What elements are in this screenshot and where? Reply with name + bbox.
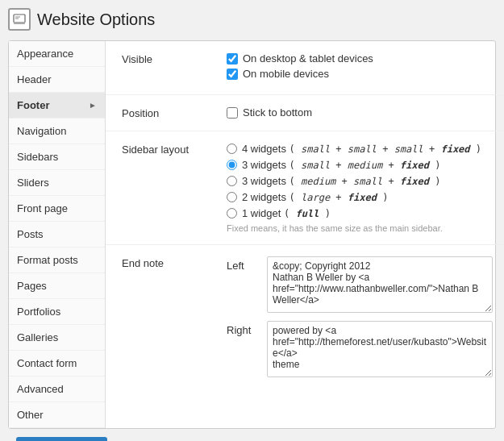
- layout-4widgets-name: 4 widgets: [242, 143, 286, 155]
- stick-to-bottom-checkbox[interactable]: [227, 107, 238, 119]
- sidebar-item-galleries-label: Galleries: [17, 331, 58, 343]
- sidebar-item-posts[interactable]: Posts: [9, 222, 105, 248]
- visible-options: On desktop & tablet devices On mobile de…: [227, 52, 493, 83]
- layout-1widget-row: 1 widget ( full ): [227, 207, 493, 219]
- sidebar-item-posts-label: Posts: [17, 228, 44, 240]
- layout-3widgets-mdsm-name: 3 widgets: [242, 175, 286, 187]
- end-note-left-label: Left: [227, 256, 259, 272]
- stick-to-bottom-label: Stick to bottom: [243, 106, 312, 119]
- sidebar-item-contact-form[interactable]: Contact form: [9, 351, 105, 377]
- sidebar-item-other-label: Other: [17, 409, 44, 421]
- end-note-right-field: Right powered by <a href="http://themefo…: [227, 321, 493, 377]
- sidebar: Appearance Header Footer ► Navigation Si…: [9, 41, 106, 428]
- sidebar-item-front-page[interactable]: Front page: [9, 196, 105, 222]
- sidebar-item-appearance[interactable]: Appearance: [9, 41, 105, 67]
- sidebar-item-header-label: Header: [17, 73, 52, 85]
- sidebar-item-advanced[interactable]: Advanced: [9, 377, 105, 402]
- sidebar-item-sliders[interactable]: Sliders: [9, 170, 105, 196]
- visible-desktop-checkbox[interactable]: [227, 53, 238, 64]
- position-content: Stick to bottom: [227, 106, 493, 119]
- sidebar-item-footer-arrow: ►: [89, 101, 97, 110]
- sidebar-layout-label: Sidebar layout: [122, 143, 210, 156]
- layout-2widgets-label: 2 widgets ( large + fixed ): [242, 191, 388, 203]
- page-icon: [8, 8, 31, 31]
- end-note-right-textarea[interactable]: powered by <a href="http://themeforest.n…: [267, 321, 493, 377]
- sidebar-layout-section: Sidebar layout 4 widgets ( small + small…: [106, 131, 504, 245]
- sidebar-item-footer[interactable]: Footer ►: [9, 93, 105, 119]
- save-button[interactable]: Save Changes: [16, 437, 107, 441]
- end-note-left-textarea[interactable]: &copy; Copyright 2012 Nathan B Weller by…: [267, 256, 493, 313]
- end-note-left-field: Left &copy; Copyright 2012 Nathan B Well…: [227, 256, 493, 313]
- layout-3widgets-mdsm-detail: ( medium + small + fixed ): [289, 176, 441, 187]
- sidebar-item-navigation-label: Navigation: [17, 125, 66, 137]
- layout-1widget-name: 1 widget: [242, 207, 281, 219]
- visible-label: Visible: [122, 52, 210, 65]
- end-note-fields: Left &copy; Copyright 2012 Nathan B Well…: [227, 256, 493, 377]
- position-label: Position: [122, 106, 210, 119]
- sidebar-item-sliders-label: Sliders: [17, 177, 49, 189]
- layout-2widgets-radio[interactable]: [227, 192, 237, 202]
- sidebar-item-navigation[interactable]: Navigation: [9, 119, 105, 144]
- layout-4widgets-row: 4 widgets ( small + small + small + fixe…: [227, 143, 493, 155]
- sidebar-item-portfolios[interactable]: Portfolios: [9, 299, 105, 325]
- position-section: Position Stick to bottom: [106, 95, 504, 131]
- layout-2widgets-row: 2 widgets ( large + fixed ): [227, 191, 493, 203]
- sidebar-item-galleries[interactable]: Galleries: [9, 325, 105, 351]
- layout-1widget-detail: ( full ): [284, 208, 331, 219]
- sidebar-item-contact-form-label: Contact form: [17, 357, 77, 369]
- sidebar-item-format-posts[interactable]: Format posts: [9, 248, 105, 273]
- sidebar-item-appearance-label: Appearance: [17, 48, 73, 60]
- layout-3widgets-mdsm-radio[interactable]: [227, 176, 237, 186]
- layout-3widgets-smsm-radio[interactable]: [227, 160, 237, 170]
- layout-1widget-label: 1 widget ( full ): [242, 207, 331, 219]
- layout-4widgets-detail: ( small + small + small + fixed ): [289, 144, 481, 155]
- sidebar-item-other[interactable]: Other: [9, 402, 105, 428]
- layout-3widgets-smsm-row: 3 widgets ( small + medium + fixed ): [227, 159, 493, 171]
- stick-to-bottom-row: Stick to bottom: [227, 106, 493, 119]
- page-wrapper: Website Options Appearance Header Footer…: [0, 0, 504, 441]
- layout-3widgets-mdsm-row: 3 widgets ( medium + small + fixed ): [227, 175, 493, 187]
- sidebar-item-pages-label: Pages: [17, 280, 47, 292]
- sidebar-item-header[interactable]: Header: [9, 67, 105, 93]
- layout-2widgets-name: 2 widgets: [242, 191, 286, 203]
- page-title-bar: Website Options: [8, 8, 496, 31]
- layout-2widgets-detail: ( large + fixed ): [289, 192, 389, 203]
- sidebar-item-sidebars[interactable]: Sidebars: [9, 144, 105, 170]
- visible-section: Visible On desktop & tablet devices On m…: [106, 41, 504, 95]
- sidebar-item-front-page-label: Front page: [17, 202, 68, 214]
- page-title: Website Options: [37, 10, 155, 29]
- sidebar-layout-options: 4 widgets ( small + small + small + fixe…: [227, 143, 493, 233]
- layout-4widgets-label: 4 widgets ( small + small + small + fixe…: [242, 143, 481, 155]
- end-note-label: End note: [122, 256, 210, 269]
- end-note-section: End note Left &copy; Copyright 2012 Nath…: [106, 245, 504, 389]
- svg-rect-1: [14, 22, 25, 24]
- sidebar-item-footer-label: Footer: [17, 99, 49, 111]
- footer-bar: Save Changes: [8, 429, 496, 441]
- content-area: Visible On desktop & tablet devices On m…: [106, 41, 504, 428]
- sidebar-item-portfolios-label: Portfolios: [17, 306, 60, 318]
- layout-3widgets-smsm-name: 3 widgets: [242, 159, 286, 171]
- visible-mobile-checkbox[interactable]: [227, 69, 238, 80]
- sidebar-item-format-posts-label: Format posts: [17, 254, 78, 266]
- sidebar-layout-hint: Fixed means, it has the same size as the…: [227, 223, 493, 233]
- visible-desktop-row: On desktop & tablet devices: [227, 52, 493, 64]
- layout-3widgets-smsm-label: 3 widgets ( small + medium + fixed ): [242, 159, 440, 171]
- visible-desktop-label: On desktop & tablet devices: [243, 52, 373, 64]
- layout-1widget-radio[interactable]: [227, 208, 237, 218]
- main-layout: Appearance Header Footer ► Navigation Si…: [8, 40, 496, 429]
- visible-mobile-label: On mobile devices: [243, 68, 329, 80]
- layout-3widgets-mdsm-label: 3 widgets ( medium + small + fixed ): [242, 175, 440, 187]
- sidebar-item-advanced-label: Advanced: [17, 383, 64, 395]
- end-note-right-label: Right: [227, 321, 259, 336]
- sidebar-item-sidebars-label: Sidebars: [17, 151, 58, 163]
- sidebar-item-pages[interactable]: Pages: [9, 273, 105, 299]
- layout-3widgets-smsm-detail: ( small + medium + fixed ): [289, 160, 441, 171]
- visible-mobile-row: On mobile devices: [227, 68, 493, 80]
- layout-4widgets-radio[interactable]: [227, 144, 237, 154]
